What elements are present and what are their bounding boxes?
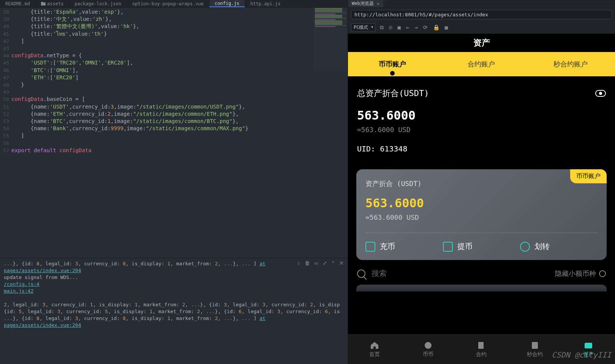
hide-small-toggle[interactable]: 隐藏小额币种 [555,269,606,278]
home-icon [370,341,379,350]
terminal-icon[interactable]: ⌃ [332,260,335,266]
qr-icon[interactable]: ▦ [445,24,448,31]
terminal-line: 2, legal_id: 3, currency_id: 1, is_displ… [4,301,344,308]
nav-home[interactable]: 首页 [348,335,402,364]
balance-amount: 563.6000 [357,108,606,123]
browser-pane: Web浏览器 × http://localhost:8081/h5/#/page… [348,0,615,364]
screenshot-icon[interactable]: ▣ [397,24,400,31]
terminal-icon[interactable]: ⤢ [323,260,327,266]
terminal-icon[interactable]: ⤧ [339,260,344,266]
tab-option-buy[interactable]: option-buy-popup-wraps.vue [127,0,209,7]
tab-package-lock[interactable]: package-lock.json [69,0,127,7]
folder-icon [41,2,46,6]
browser-tabbar: Web浏览器 × [348,0,615,8]
nav-spot[interactable]: 币币 [402,335,455,364]
forward-icon[interactable]: → [414,24,417,31]
svg-rect-1 [478,342,484,349]
tab-second-contract[interactable]: 秒合约账户 [526,60,615,69]
nav-assets[interactable]: 资产 [561,335,615,364]
editor-tab-bar: README.md assets package-lock.json optio… [0,0,348,8]
refresh-icon[interactable]: ⟳ [423,24,428,31]
terminal-link[interactable]: main.js:42 [4,288,344,295]
terminal-link[interactable]: /config.js:4 [4,281,344,288]
search-icon[interactable] [357,269,365,278]
back-icon[interactable]: ← [406,24,409,31]
tab-spot[interactable]: 币币账户 [348,60,437,69]
svg-rect-2 [532,342,538,349]
code-area[interactable]: 38 39 40 41 42 43 44 45 46 47 48 49 50 5… [0,8,348,258]
contract-icon [477,341,486,350]
bottom-nav: 首页 币币 合约 秒合约 资产 [348,334,615,364]
tab-readme[interactable]: README.md [0,0,36,7]
search-input[interactable]: 搜索 [372,268,549,279]
editor-pane: README.md assets package-lock.json optio… [0,0,348,364]
balance-section: 总资产折合(USDT) 563.6000 ≈563.6000 USD UID: … [348,76,615,161]
deposit-button[interactable]: 充币 [365,241,443,252]
withdraw-button[interactable]: 提币 [443,241,520,252]
wallet-icon [584,341,593,350]
card-actions: 充币 提币 划转 [365,233,598,252]
eye-icon[interactable] [595,90,606,97]
nav-second[interactable]: 秒合约 [508,335,562,364]
close-icon[interactable]: × [377,1,379,6]
balance-label: 总资产折合(USDT) [357,88,429,99]
mobile-preview[interactable]: 资产 币币账户 合约账户 秒合约账户 总资产折合(USDT) 563.6000 … [348,34,615,364]
tab-contract[interactable]: 合约账户 [437,60,526,69]
browser-tab[interactable]: Web浏览器 × [348,0,383,7]
transfer-button[interactable]: 划转 [520,241,598,252]
mode-select[interactable]: PC模式 [351,23,375,32]
terminal-panel[interactable]: ⇩ 🗑 ▭ ⤢ ⌃ ⤧ ...}, {id: 8, legal_id: 3, c… [0,258,348,364]
tab-config[interactable]: config.js [209,0,245,7]
terminal-line: update signal from WDS... [4,274,344,281]
terminal-icon[interactable]: ▭ [315,260,318,266]
devtools-icon[interactable]: ⎚ [389,24,392,31]
svg-point-0 [425,342,432,349]
url-input[interactable]: http://localhost:8081/h5/#/pages/assets/… [351,10,612,19]
browser-toolbar: PC模式 ⧉ ⎚ ▣ ← → ⟳ 🔒 ▦ [348,22,615,34]
radio-icon [599,270,606,277]
coin-icon [424,341,433,350]
account-card: 币币账户 资产折合 (USDT) 563.6000 ≈563.6000 USD … [356,169,607,260]
withdraw-icon [443,242,453,252]
minimap[interactable] [313,8,348,72]
tab-http-api[interactable]: http.api.js [245,0,286,7]
balance-usd: ≈563.6000 USD [357,126,606,134]
line-gutter: 38 39 40 41 42 43 44 45 46 47 48 49 50 5… [0,8,9,258]
card-amount: 563.6000 [365,196,598,210]
lock-icon[interactable]: 🔒 [433,24,440,31]
code-content[interactable]: {title:'España',value:'esp'}, {title:'中文… [9,8,348,258]
terminal-toolbar: ⇩ 🗑 ▭ ⤢ ⌃ ⤧ [297,260,344,266]
card-label: 资产折合 (USDT) [365,179,598,188]
account-tabs: 币币账户 合约账户 秒合约账户 [348,52,615,76]
page-title: 资产 [348,34,615,52]
tab-assets[interactable]: assets [36,0,69,7]
terminal-line: ...}, {id: 8, legal_id: 3, currency_id: … [4,315,344,329]
terminal-icon[interactable]: ⇩ [297,260,300,266]
nav-contract[interactable]: 合约 [455,335,508,364]
search-row: 搜索 隐藏小额币种 [357,268,606,279]
list-preview [356,285,607,292]
card-usd: ≈563.6000 USD [365,213,598,221]
doc-icon [530,341,539,350]
open-window-icon[interactable]: ⧉ [380,24,384,31]
terminal-line: {id: 5, legal_id: 3, currency_id: 5, is_… [4,308,344,315]
terminal-icon[interactable]: 🗑 [305,260,310,266]
svg-rect-3 [585,343,592,348]
terminal-line: ...}, {id: 8, legal_id: 3, currency_id: … [4,260,344,274]
uid-label: UID: 613348 [357,144,606,153]
card-tag: 币币账户 [570,169,607,183]
deposit-icon [365,242,375,252]
transfer-icon [520,242,530,252]
